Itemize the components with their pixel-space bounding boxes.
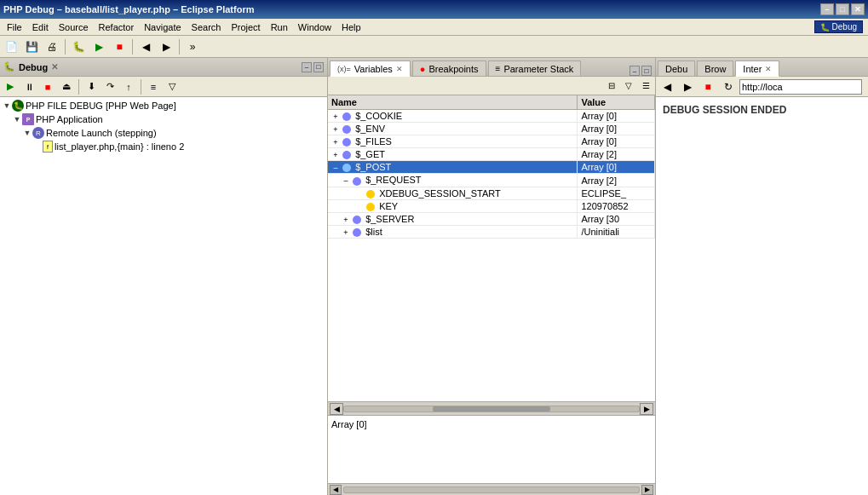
debug-panel-close-icon[interactable]: ✕ <box>51 62 58 72</box>
debug-stop-btn[interactable]: ■ <box>39 78 56 95</box>
detail-scroll-right[interactable]: ▶ <box>641 485 653 495</box>
menu-help[interactable]: Help <box>336 20 366 34</box>
table-row[interactable]: – $_REQUEST Array [2] <box>328 174 655 187</box>
variables-panel: (x)= Variables ✕ ● Breakpoints ≡ Paramet… <box>328 58 656 495</box>
tab-browser[interactable]: Brow <box>697 60 733 76</box>
browser-refresh-btn[interactable]: ↻ <box>719 78 738 96</box>
menu-refactor[interactable]: Refactor <box>94 20 140 34</box>
tree-item-3[interactable]: f list_player.php,{main} : lineno 2 <box>2 140 325 153</box>
debug-stepreturn-btn[interactable]: ↑ <box>120 78 137 95</box>
toolbar-save[interactable]: 💾 <box>22 37 41 56</box>
table-row[interactable]: + $_COOKIE Array [0] <box>328 110 655 123</box>
menu-source[interactable]: Source <box>54 20 94 34</box>
tree-item-2[interactable]: ▼ R Remote Launch (stepping) <box>2 126 325 140</box>
toolbar-back[interactable]: ◀ <box>136 37 155 56</box>
row-expand-2[interactable]: + <box>331 138 340 147</box>
hscroll-thumb[interactable] <box>433 406 550 412</box>
table-row[interactable]: KEY 120970852 <box>328 199 655 212</box>
vars-minimize-btn[interactable]: – <box>629 66 640 76</box>
debug-collapse-btn[interactable]: ≡ <box>145 78 162 95</box>
debug-suspend-btn[interactable]: ⏸ <box>20 78 37 95</box>
menu-search[interactable]: Search <box>187 20 227 34</box>
browser-back-btn[interactable]: ◀ <box>658 78 676 96</box>
row-expand-0[interactable]: + <box>331 112 340 121</box>
var-name-request: $_REQUEST <box>365 175 421 185</box>
internal-browser-tab-close[interactable]: ✕ <box>765 65 772 73</box>
row-expand-1[interactable]: + <box>331 125 340 134</box>
toolbar-forward[interactable]: ▶ <box>157 37 175 56</box>
var-name-post: $_POST <box>355 162 391 172</box>
browser-forward-btn[interactable]: ▶ <box>678 78 697 96</box>
debug-minimize-button[interactable]: – <box>302 62 312 72</box>
hscroll-track[interactable] <box>343 406 640 412</box>
toolbar-debug[interactable]: 🐛 <box>69 37 88 56</box>
detail-scroll-left[interactable]: ◀ <box>330 485 342 495</box>
detail-hscrollbar[interactable]: ◀ ▶ <box>328 483 655 495</box>
debug-view-menu-btn[interactable]: ▽ <box>164 78 181 95</box>
var-diamond-icon <box>353 177 361 186</box>
maximize-button[interactable]: □ <box>836 3 849 15</box>
tree-item-1[interactable]: ▼ P PHP Application <box>2 112 325 126</box>
tree-item-0[interactable]: ▼ 🐛 PHP FILE DEBUG [PHP Web Page] <box>2 99 325 112</box>
var-name-key: KEY <box>379 201 398 211</box>
debug-maximize-button[interactable]: □ <box>313 62 324 72</box>
menu-edit[interactable]: Edit <box>27 20 54 34</box>
tab-debug-browser[interactable]: Debu <box>658 60 695 76</box>
vars-maximize-btn[interactable]: □ <box>641 66 652 76</box>
variables-tab-close[interactable]: ✕ <box>396 65 403 73</box>
row-expand-3[interactable]: + <box>331 151 340 159</box>
separator-2 <box>132 39 133 55</box>
menu-project[interactable]: Project <box>226 20 265 34</box>
table-row[interactable]: + $list /Uninitiali <box>328 225 655 238</box>
toolbar-stop[interactable]: ■ <box>110 37 129 56</box>
table-row[interactable]: + $_SERVER Array [30 <box>328 212 655 225</box>
browser-stop-btn[interactable]: ■ <box>698 78 717 96</box>
debug-icon: 🐛 <box>3 61 15 72</box>
toolbar-more[interactable]: » <box>183 37 202 56</box>
row-expand-list[interactable]: + <box>342 228 350 237</box>
var-name-env: $_ENV <box>355 124 385 134</box>
table-row[interactable]: + $_ENV Array [0] <box>328 123 655 135</box>
perspective-php-debug[interactable]: 🐛 Debug <box>814 20 863 33</box>
var-name-list: $list <box>365 227 382 237</box>
tree-label-2: Remote Launch (stepping) <box>46 128 157 138</box>
table-row[interactable]: + $_FILES Array [0] <box>328 135 655 148</box>
detail-scroll-track[interactable] <box>343 486 640 493</box>
toolbar-run[interactable]: ▶ <box>89 37 108 56</box>
browser-go-btn[interactable]: ▶ <box>864 78 868 96</box>
table-row[interactable]: – $_POST Array [0] <box>328 161 655 174</box>
debug-stepover-btn[interactable]: ↷ <box>101 78 118 95</box>
debug-disconnect-btn[interactable]: ⏏ <box>58 78 75 95</box>
row-expand-request[interactable]: – <box>342 176 350 185</box>
row-expand-post[interactable]: – <box>331 164 340 172</box>
toolbar-new[interactable]: 📄 <box>2 37 20 56</box>
hscroll-right-btn[interactable]: ▶ <box>640 403 653 415</box>
tab-variables[interactable]: (x)= Variables ✕ <box>330 60 411 77</box>
var-view-menu-btn[interactable]: ▽ <box>621 78 636 94</box>
breakpoints-tab-icon: ● <box>420 64 426 74</box>
minimize-button[interactable]: – <box>820 3 834 15</box>
var-diamond-list-icon <box>353 228 361 237</box>
toolbar-print[interactable]: 🖨 <box>43 37 61 56</box>
var-layout-btn[interactable]: ☰ <box>638 78 653 94</box>
debug-stepinto-btn[interactable]: ⬇ <box>83 78 100 95</box>
table-row[interactable]: + $_GET Array [2] <box>328 148 655 161</box>
close-button[interactable]: ✕ <box>851 3 865 15</box>
menu-file[interactable]: File <box>2 20 27 34</box>
main-toolbar: 📄 💾 🖨 🐛 ▶ ■ ◀ ▶ » <box>0 36 868 58</box>
variables-hscrollbar[interactable]: ◀ ▶ <box>328 401 655 415</box>
menu-run[interactable]: Run <box>266 20 293 34</box>
debug-resume-btn[interactable]: ▶ <box>2 78 19 95</box>
menu-window[interactable]: Window <box>293 20 336 34</box>
tab-parameter-stack[interactable]: ≡ Parameter Stack <box>488 60 582 76</box>
var-diamond-icon <box>342 112 351 121</box>
tab-breakpoints[interactable]: ● Breakpoints <box>412 60 486 76</box>
row-expand-server[interactable]: + <box>342 216 350 224</box>
tab-internal-browser[interactable]: Inter ✕ <box>735 60 779 77</box>
window-title: PHP Debug – baseball/list_player.php – E… <box>3 4 254 14</box>
table-row[interactable]: XDEBUG_SESSION_START ECLIPSE_ <box>328 187 655 199</box>
menu-navigate[interactable]: Navigate <box>139 20 186 34</box>
browser-url-input[interactable] <box>739 79 862 95</box>
var-collapse-all-btn[interactable]: ⊟ <box>604 78 619 94</box>
hscroll-left-btn[interactable]: ◀ <box>330 403 343 415</box>
